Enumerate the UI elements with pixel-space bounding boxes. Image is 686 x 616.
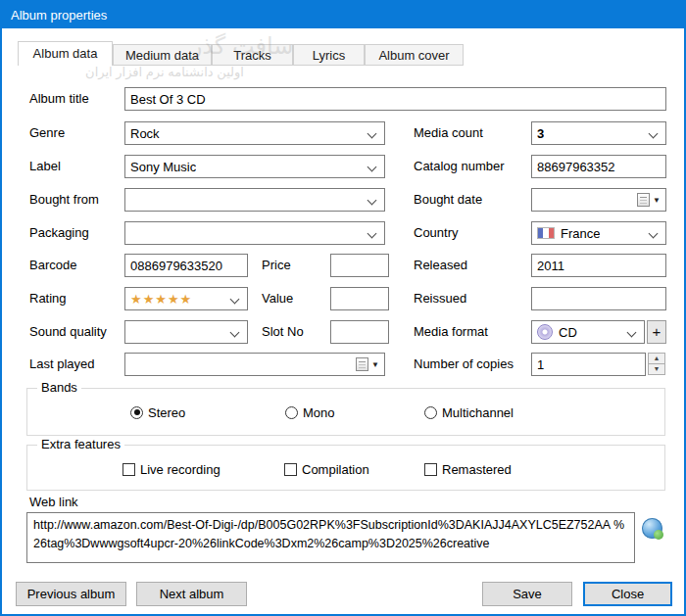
- value-label: Value: [262, 287, 293, 310]
- album-properties-dialog: Album properties سافت گذر اولین دانشنامه…: [0, 0, 686, 616]
- chevron-down-icon: [649, 129, 659, 139]
- tab-medium-data[interactable]: Medium data: [113, 44, 212, 66]
- radio-icon: [130, 406, 143, 419]
- rating-combobox[interactable]: ★★★★★: [124, 287, 248, 310]
- genre-combobox[interactable]: Rock: [124, 121, 385, 145]
- checkbox-live-recording[interactable]: Live recording: [122, 461, 220, 477]
- released-label: Released: [414, 254, 467, 277]
- tab-tracks[interactable]: Tracks: [212, 44, 293, 66]
- country-value: France: [561, 226, 600, 241]
- globe-icon[interactable]: [642, 518, 662, 539]
- country-combobox[interactable]: France: [531, 221, 666, 245]
- extra-features-legend: Extra features: [37, 437, 124, 451]
- chevron-down-icon: [230, 328, 240, 338]
- reissued-label: Reissued: [414, 287, 466, 310]
- extra-features-groupbox: Extra features Live recording Compilatio…: [26, 445, 665, 491]
- media-format-label: Media format: [414, 320, 488, 344]
- close-button[interactable]: Close: [583, 582, 672, 606]
- chevron-down-icon: [230, 295, 240, 305]
- media-format-combobox[interactable]: CD: [531, 320, 645, 344]
- last-played-label: Last played: [29, 353, 95, 376]
- media-count-label: Media count: [414, 121, 483, 145]
- album-title-input[interactable]: [124, 87, 666, 111]
- window-title: Album properties: [11, 8, 107, 23]
- chevron-down-icon: [368, 196, 377, 206]
- radio-mono[interactable]: Mono: [285, 404, 335, 420]
- date-dropdown-button[interactable]: ▼: [356, 357, 379, 371]
- chevron-down-icon: [368, 129, 377, 139]
- tab-album-data[interactable]: Album data: [18, 41, 113, 66]
- media-count-combobox[interactable]: 3: [531, 121, 666, 145]
- rating-label: Rating: [29, 287, 67, 310]
- france-flag-icon: [537, 227, 555, 239]
- label-combobox[interactable]: Sony Music: [124, 155, 385, 178]
- price-label: Price: [262, 254, 291, 277]
- released-input[interactable]: [531, 254, 666, 277]
- last-played-picker[interactable]: ▼: [124, 353, 385, 376]
- compilation-label: Compilation: [302, 462, 369, 477]
- country-label: Country: [414, 221, 459, 245]
- chevron-down-icon: [368, 163, 377, 172]
- packaging-label: Packaging: [29, 221, 89, 245]
- cd-disc-icon: [537, 324, 553, 340]
- bands-legend: Bands: [37, 380, 81, 395]
- radio-icon: [285, 406, 298, 419]
- number-of-copies-label: Number of copies: [414, 353, 514, 376]
- catalog-number-input[interactable]: [531, 155, 666, 178]
- label-label: Label: [29, 155, 61, 178]
- checkbox-icon: [284, 463, 297, 476]
- radio-multichannel[interactable]: Multichannel: [424, 404, 514, 420]
- media-count-value: 3: [537, 126, 544, 141]
- album-title-label: Album title: [29, 87, 89, 111]
- tab-album-cover[interactable]: Album cover: [365, 44, 464, 66]
- chevron-down-icon: [627, 328, 637, 338]
- spinner-down-button[interactable]: ▼: [648, 363, 665, 375]
- checkbox-compilation[interactable]: Compilation: [284, 461, 369, 477]
- copies-spinner: ▲ ▼: [648, 353, 665, 375]
- date-dropdown-button[interactable]: ▼: [637, 193, 661, 207]
- value-input[interactable]: [330, 287, 389, 310]
- calendar-icon: [356, 357, 368, 371]
- radio-stereo[interactable]: Stereo: [130, 404, 185, 420]
- price-input[interactable]: [330, 254, 389, 277]
- reissued-input[interactable]: [531, 287, 666, 310]
- add-media-format-button[interactable]: +: [647, 320, 666, 344]
- dropdown-arrow-icon: ▼: [371, 360, 379, 369]
- bought-from-label: Bought from: [29, 188, 99, 212]
- catalog-number-label: Catalog number: [414, 155, 505, 178]
- sound-quality-label: Sound quality: [29, 320, 107, 344]
- chevron-down-icon: [368, 229, 377, 239]
- barcode-input[interactable]: [124, 254, 248, 277]
- checkbox-remastered[interactable]: Remastered: [424, 461, 512, 477]
- radio-stereo-label: Stereo: [148, 405, 185, 420]
- radio-multichannel-label: Multichannel: [442, 405, 514, 420]
- packaging-combobox[interactable]: [124, 221, 385, 245]
- calendar-icon: [637, 193, 650, 207]
- dropdown-arrow-icon: ▼: [653, 196, 661, 205]
- radio-icon: [424, 406, 437, 419]
- checkbox-icon: [424, 463, 437, 476]
- tab-lyrics[interactable]: Lyrics: [293, 44, 365, 66]
- genre-label: Genre: [29, 121, 65, 145]
- genre-value: Rock: [130, 126, 160, 141]
- label-value: Sony Music: [130, 160, 196, 174]
- sound-quality-combobox[interactable]: [124, 320, 248, 344]
- previous-album-button[interactable]: Previous album: [16, 582, 126, 606]
- web-link-label: Web link: [29, 494, 78, 511]
- bands-groupbox: Bands Stereo Mono Multichannel: [26, 388, 665, 436]
- barcode-label: Barcode: [29, 254, 76, 277]
- next-album-button[interactable]: Next album: [136, 582, 247, 606]
- bought-from-combobox[interactable]: [124, 188, 385, 212]
- watermark-small: اولین دانشنامه نرم افزار ایران: [18, 65, 312, 79]
- title-bar[interactable]: Album properties: [2, 2, 684, 28]
- save-button[interactable]: Save: [482, 582, 572, 606]
- bought-date-picker[interactable]: ▼: [531, 188, 666, 212]
- slot-no-label: Slot No: [262, 320, 304, 344]
- checkbox-icon: [122, 463, 135, 476]
- web-link-input[interactable]: http://www.amazon.com/Best-Of-Digi-/dp/B…: [26, 512, 635, 563]
- chevron-down-icon: [649, 229, 659, 239]
- bought-date-label: Bought date: [414, 188, 482, 212]
- rating-stars: ★★★★★: [130, 292, 192, 307]
- number-of-copies-input[interactable]: [531, 353, 646, 376]
- slot-no-input[interactable]: [330, 320, 389, 344]
